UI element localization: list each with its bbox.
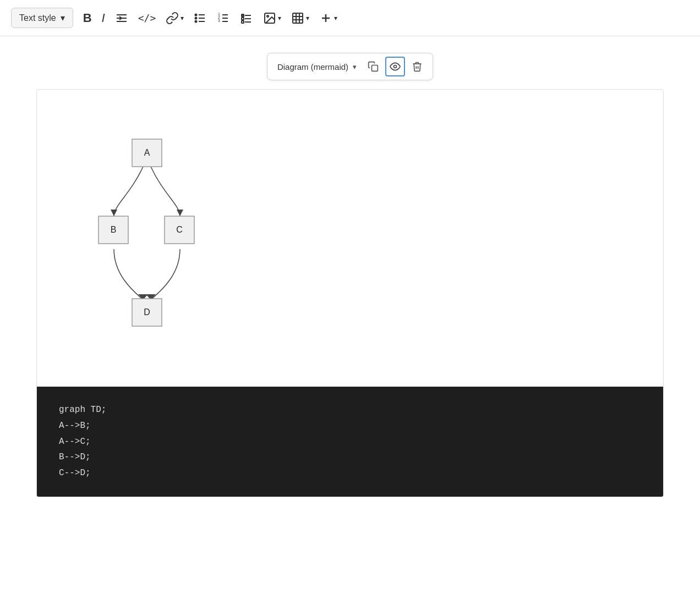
editor-toolbar: Text style ▾ B I </> ▾ 123 ▾ ▾ ▾ bbox=[0, 0, 700, 36]
text-style-label: Text style bbox=[19, 13, 56, 23]
code-icon[interactable]: </> bbox=[138, 13, 156, 23]
code-line-2: A-->B; bbox=[59, 418, 641, 434]
diagram-toolbar: Diagram (mermaid) ▾ bbox=[267, 53, 433, 80]
code-line-5: C-->D; bbox=[59, 465, 641, 481]
diagram-type-button[interactable]: Diagram (mermaid) ▾ bbox=[273, 60, 361, 74]
image-icon[interactable]: ▾ bbox=[263, 12, 281, 25]
svg-point-22 bbox=[267, 15, 269, 17]
image-chevron: ▾ bbox=[278, 15, 281, 21]
code-line-1: graph TD; bbox=[59, 402, 641, 418]
table-chevron: ▾ bbox=[306, 15, 309, 21]
node-c-label: C bbox=[176, 225, 183, 234]
diagram-type-label: Diagram (mermaid) bbox=[277, 62, 348, 72]
svg-point-8 bbox=[195, 20, 197, 22]
link-chevron: ▾ bbox=[181, 15, 184, 21]
svg-marker-33 bbox=[177, 210, 183, 216]
code-line-3: A-->C; bbox=[59, 434, 641, 450]
svg-point-31 bbox=[394, 65, 397, 68]
svg-rect-23 bbox=[293, 13, 303, 23]
content-area: Diagram (mermaid) ▾ bbox=[0, 36, 700, 514]
node-d-label: D bbox=[144, 307, 150, 317]
plus-chevron: ▾ bbox=[334, 15, 337, 21]
delete-button[interactable] bbox=[407, 57, 427, 76]
svg-text:3: 3 bbox=[218, 19, 220, 23]
italic-icon[interactable]: I bbox=[102, 12, 105, 24]
indent-icon[interactable] bbox=[115, 12, 128, 25]
preview-button[interactable] bbox=[385, 57, 405, 76]
diagram-type-chevron: ▾ bbox=[353, 63, 357, 71]
table-icon[interactable]: ▾ bbox=[291, 12, 309, 25]
node-b-label: B bbox=[111, 225, 117, 234]
node-a-label: A bbox=[144, 148, 150, 157]
svg-rect-19 bbox=[242, 21, 244, 23]
code-line-4: B-->D; bbox=[59, 449, 641, 465]
chevron-down-icon: ▾ bbox=[61, 13, 65, 23]
text-style-button[interactable]: Text style ▾ bbox=[11, 8, 73, 28]
copy-button[interactable] bbox=[363, 57, 383, 76]
bold-icon[interactable]: B bbox=[83, 12, 92, 24]
svg-point-6 bbox=[195, 14, 197, 15]
diagram-preview: A B C D bbox=[37, 90, 663, 387]
diagram-svg: A B C D bbox=[59, 106, 235, 370]
checklist-icon[interactable] bbox=[240, 12, 253, 25]
svg-rect-30 bbox=[372, 65, 378, 72]
diagram-code-block: graph TD; A-->B; A-->C; B-->D; C-->D; bbox=[37, 387, 663, 497]
plus-icon[interactable]: ▾ bbox=[319, 12, 337, 25]
svg-point-7 bbox=[195, 17, 197, 19]
numbered-list-icon[interactable]: 123 bbox=[217, 12, 230, 25]
link-icon[interactable]: ▾ bbox=[166, 12, 184, 25]
svg-marker-32 bbox=[111, 210, 117, 216]
diagram-container: A B C D graph TD; A-->B; A-->C; B-->D; C… bbox=[36, 89, 664, 497]
bullet-list-icon[interactable] bbox=[194, 12, 207, 25]
svg-rect-17 bbox=[242, 18, 244, 20]
